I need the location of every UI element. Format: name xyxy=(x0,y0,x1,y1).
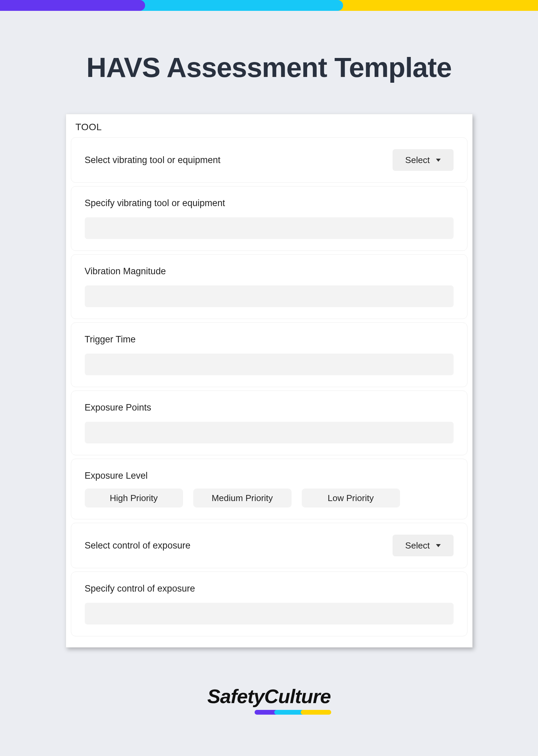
priority-option-medium[interactable]: Medium Priority xyxy=(193,489,292,508)
input-specify-tool[interactable] xyxy=(85,217,454,239)
chevron-down-icon xyxy=(436,159,441,162)
priority-option-high[interactable]: High Priority xyxy=(85,489,183,508)
section-heading-tool: TOOL xyxy=(71,120,467,137)
select-tool-value: Select xyxy=(405,155,430,165)
top-accent-bar xyxy=(0,0,538,11)
field-exposure-points: Exposure Points xyxy=(71,391,467,455)
field-select-control: Select control of exposure Select xyxy=(71,523,467,568)
label-select-control: Select control of exposure xyxy=(85,540,191,551)
label-vibration-magnitude: Vibration Magnitude xyxy=(85,266,454,277)
brand-logo-text: SafetyCulture xyxy=(207,685,331,708)
brand-underline xyxy=(252,709,334,715)
priority-option-low[interactable]: Low Priority xyxy=(302,489,400,508)
field-vibration-magnitude: Vibration Magnitude xyxy=(71,254,467,319)
accent-cyan xyxy=(138,0,343,11)
label-exposure-level: Exposure Level xyxy=(85,471,454,481)
brand-footer: SafetyCulture xyxy=(0,685,538,715)
accent-purple xyxy=(0,0,145,11)
label-specify-tool: Specify vibrating tool or equipment xyxy=(85,198,454,208)
field-specify-tool: Specify vibrating tool or equipment xyxy=(71,186,467,251)
chevron-down-icon xyxy=(436,544,441,547)
input-trigger-time[interactable] xyxy=(85,354,454,375)
label-select-tool: Select vibrating tool or equipment xyxy=(85,155,221,165)
field-select-tool: Select vibrating tool or equipment Selec… xyxy=(71,137,467,183)
field-exposure-level: Exposure Level High Priority Medium Prio… xyxy=(71,459,467,519)
label-exposure-points: Exposure Points xyxy=(85,402,454,413)
select-control-dropdown[interactable]: Select xyxy=(393,535,454,556)
accent-yellow xyxy=(336,0,538,11)
form-card: TOOL Select vibrating tool or equipment … xyxy=(66,114,473,648)
select-tool-dropdown[interactable]: Select xyxy=(393,149,454,171)
page-title: HAVS Assessment Template xyxy=(0,52,538,83)
label-specify-control: Specify control of exposure xyxy=(85,583,454,594)
input-exposure-points[interactable] xyxy=(85,422,454,443)
label-trigger-time: Trigger Time xyxy=(85,334,454,345)
input-vibration-magnitude[interactable] xyxy=(85,285,454,307)
field-specify-control: Specify control of exposure xyxy=(71,572,467,636)
field-trigger-time: Trigger Time xyxy=(71,322,467,387)
select-control-value: Select xyxy=(405,540,430,551)
input-specify-control[interactable] xyxy=(85,603,454,624)
